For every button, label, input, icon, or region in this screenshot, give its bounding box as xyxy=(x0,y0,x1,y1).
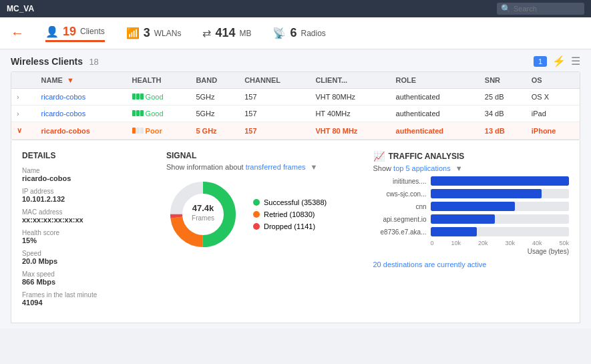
traffic-description: Show top 5 applications ▼ xyxy=(373,164,570,172)
table-row[interactable]: ∨ ricardo-cobos Poor 5 GHz 157 VHT 80 MH… xyxy=(11,122,580,140)
detail-label: MAC address xyxy=(22,208,156,216)
radios-label: Radios xyxy=(301,29,325,38)
section-actions: 1 ⚡ ☰ xyxy=(534,55,580,67)
mb-icon: ⇄ xyxy=(202,27,211,39)
radios-count: 6 xyxy=(290,26,297,40)
top-nav: ← 👤 19 Clients 📶 3 WLANs ⇄ 414 MB 📡 6 Ra… xyxy=(0,17,591,49)
nav-stat-radios[interactable]: 📡 6 Radios xyxy=(272,26,325,40)
traffic-chart-icon: 📈 xyxy=(373,151,385,162)
search-box[interactable]: 🔍 xyxy=(497,3,584,15)
expand-btn[interactable]: › xyxy=(11,106,36,122)
top-apps-link[interactable]: top 5 applications xyxy=(393,164,451,172)
col-health[interactable]: HEALTH xyxy=(127,72,191,89)
cell-channel: 157 xyxy=(239,89,310,106)
table-body: › ricardo-cobos Good 5GHz 157 VHT 80MHz … xyxy=(11,89,580,140)
details-section: DETAILS Name ricardo-cobosIP address 10.… xyxy=(22,151,156,312)
col-snr[interactable]: SNR xyxy=(479,72,526,89)
radios-icon: 📡 xyxy=(272,27,286,39)
back-button[interactable]: ← xyxy=(11,25,24,41)
x-axis-label: 0 xyxy=(431,240,434,246)
donut-label: Frames xyxy=(192,214,214,222)
x-axis-label: 10k xyxy=(451,240,461,246)
cell-band: 5 GHz xyxy=(190,122,239,140)
section-title-group: Wireless Clients 18 xyxy=(11,56,99,67)
x-axis-title: Usage (bytes) xyxy=(373,248,570,255)
nav-stat-wlans[interactable]: 📶 3 WLANs xyxy=(126,26,182,40)
mb-label: MB xyxy=(239,29,251,38)
col-channel[interactable]: CHANNEL xyxy=(239,72,310,89)
wlans-icon: 📶 xyxy=(126,27,140,39)
cell-health: Good xyxy=(127,89,191,106)
detail-value: 41094 xyxy=(22,299,156,307)
detail-label: Speed xyxy=(22,250,156,257)
detail-value: 10.101.2.132 xyxy=(22,195,156,203)
columns-icon[interactable]: ☰ xyxy=(571,55,580,67)
legend-label: Retried (10830) xyxy=(264,210,315,218)
cell-channel: 157 xyxy=(239,106,310,122)
traffic-section: 📈 TRAFFIC ANALYSIS Show top 5 applicatio… xyxy=(373,151,570,312)
section-title: Wireless Clients xyxy=(11,56,83,67)
page-indicator: 1 xyxy=(534,56,547,67)
table-row[interactable]: › ricardo-cobos Good 5GHz 157 VHT 80MHz … xyxy=(11,89,580,106)
wlans-count: 3 xyxy=(144,26,150,40)
bar-track xyxy=(431,202,570,211)
col-client[interactable]: CLIENT... xyxy=(310,72,390,89)
detail-value: 20.0 Mbps xyxy=(22,257,156,265)
table-header: NAME ▼ HEALTH BAND CHANNEL CLIENT... ROL… xyxy=(11,72,580,89)
detail-label: IP address xyxy=(22,188,156,195)
col-os[interactable]: OS xyxy=(526,72,580,89)
bar-row: api.segment.io xyxy=(373,214,570,224)
legend-dot xyxy=(253,199,260,206)
nav-stat-mb[interactable]: ⇄ 414 MB xyxy=(202,26,251,40)
traffic-toggle[interactable]: ▼ xyxy=(455,164,463,172)
nav-stat-clients[interactable]: 👤 19 Clients xyxy=(45,25,105,42)
x-axis-label: 30k xyxy=(505,240,515,246)
expand-btn[interactable]: ∨ xyxy=(11,122,36,140)
col-name[interactable]: NAME ▼ xyxy=(36,72,127,89)
details-title: DETAILS xyxy=(22,151,156,160)
signal-section: SIGNAL Show information about transferre… xyxy=(166,151,363,312)
detail-label: Max speed xyxy=(22,270,156,278)
detail-label: Health score xyxy=(22,229,156,236)
col-band[interactable]: BAND xyxy=(190,72,239,89)
expand-btn[interactable]: › xyxy=(11,89,36,106)
detail-value: ricardo-cobos xyxy=(22,174,156,182)
search-input[interactable] xyxy=(514,5,580,13)
cell-band: 5GHz xyxy=(190,106,239,122)
detail-row: Frames in the last minute 41094 xyxy=(22,291,156,307)
clients-icon: 👤 xyxy=(45,25,59,38)
bar-track xyxy=(431,214,570,224)
cell-role: authenticated xyxy=(391,122,479,140)
detail-label: Name xyxy=(22,167,156,174)
wlans-label: WLANs xyxy=(154,29,182,38)
detail-value: 15% xyxy=(22,236,156,244)
cell-health: Poor xyxy=(127,122,191,140)
legend-dot xyxy=(253,211,260,218)
legend-label: Successful (35388) xyxy=(264,198,327,206)
table-row[interactable]: › ricardo-cobos Good 5GHz 157 HT 40MHz a… xyxy=(11,106,580,122)
legend-label: Dropped (1141) xyxy=(264,222,315,230)
traffic-footer: 20 destinations are currently active xyxy=(373,260,570,268)
filter-icon[interactable]: ⚡ xyxy=(552,55,566,67)
cell-os: iPhone xyxy=(526,122,580,140)
cell-client: VHT 80 MHz xyxy=(310,122,390,140)
detail-value: xx:xx:xx:xx:xx:xx xyxy=(22,216,156,224)
detail-value: 866 Mbps xyxy=(22,278,156,286)
signal-toggle[interactable]: ▼ xyxy=(311,163,318,171)
bar-label: inititunes.... xyxy=(373,178,427,185)
bar-row: inititunes.... xyxy=(373,176,570,186)
cell-snr: 25 dB xyxy=(479,89,526,106)
bar-track xyxy=(431,176,570,186)
chart-x-axis: 010k20k30k40k50k xyxy=(373,240,570,246)
detail-row: Health score 15% xyxy=(22,229,156,244)
bar-row: cws-sjc.con... xyxy=(373,189,570,198)
bar-fill xyxy=(431,214,496,224)
transferred-frames-link[interactable]: transferred frames xyxy=(246,163,306,171)
donut-legend: Successful (35388) Retried (10830) Dropp… xyxy=(253,198,327,230)
cell-snr: 34 dB xyxy=(479,106,526,122)
search-icon: 🔍 xyxy=(501,4,511,13)
cell-band: 5GHz xyxy=(190,89,239,106)
bar-row: e8736.e7.aka... xyxy=(373,227,570,236)
bar-label: e8736.e7.aka... xyxy=(373,228,427,236)
col-role[interactable]: ROLE xyxy=(391,72,479,89)
